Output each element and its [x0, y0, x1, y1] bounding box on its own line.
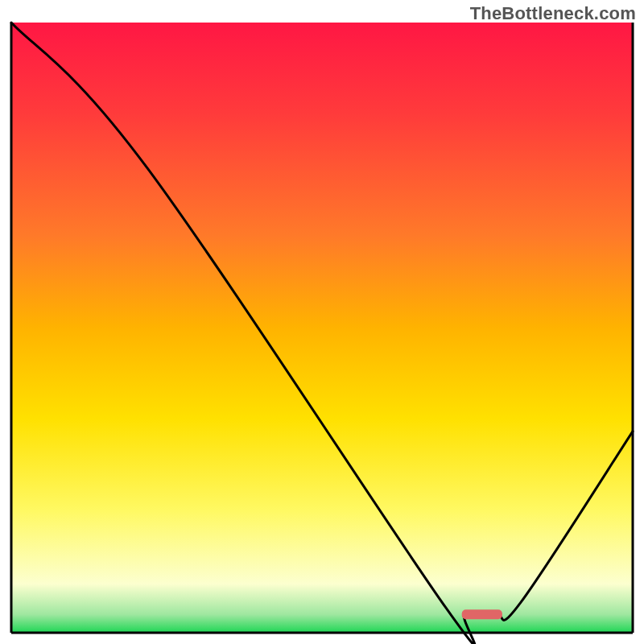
- chart-container: TheBottleneck.com: [0, 0, 644, 644]
- optimal-marker: [462, 609, 502, 619]
- watermark-text: TheBottleneck.com: [470, 3, 636, 24]
- chart-svg: [0, 0, 644, 644]
